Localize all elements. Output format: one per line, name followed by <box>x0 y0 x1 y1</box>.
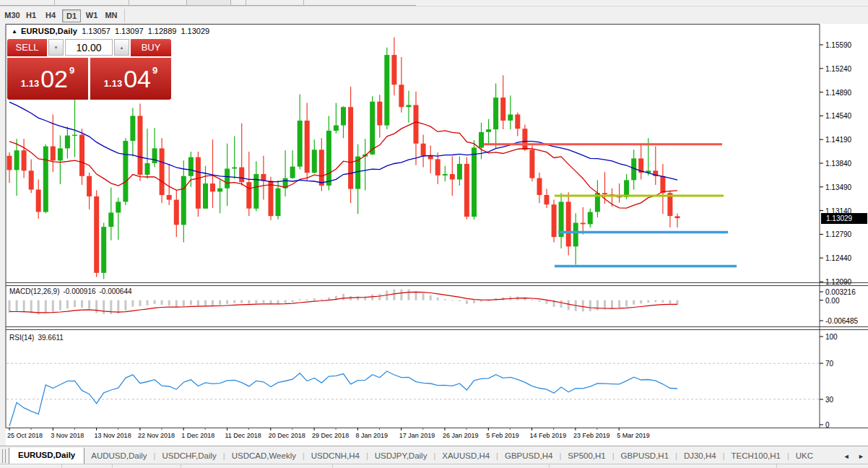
time-axis-label: 29 Dec 2018 <box>312 432 349 439</box>
price-tick: 1.12440 <box>825 254 851 262</box>
price-tick: 1.15590 <box>825 41 851 49</box>
price-tick: 1.13840 <box>825 160 851 168</box>
macd-name: MACD(12,26,9) <box>9 287 59 295</box>
tab-eurusd-daily[interactable]: EURUSD,Daily <box>9 448 84 464</box>
sell-price-panel[interactable]: 1.13029 <box>7 58 88 100</box>
collapse-triangle-icon[interactable]: ▲ <box>12 28 17 35</box>
rsi-tick: 100 <box>825 333 838 341</box>
ohlc-close: 1.13029 <box>181 27 209 35</box>
mt4-window: M30 H1 H4 D1 W1 MN ▲EURUSD,Daily1.130571… <box>0 0 868 468</box>
rsi-tick: 0 <box>825 421 830 429</box>
rsi-tick: 30 <box>825 396 833 404</box>
volume-up-icon: ▲ <box>120 46 124 50</box>
time-axis-label: 11 Dec 2018 <box>225 432 261 439</box>
price-tick: 1.14190 <box>825 136 851 144</box>
tab-ukc[interactable]: UKC <box>789 448 820 464</box>
time-axis-label: 17 Jan 2019 <box>399 432 435 439</box>
buy-button[interactable]: BUY <box>131 39 171 56</box>
current-price-badge: 1.13029 <box>821 213 867 224</box>
time-axis-label: 1 Dec 2018 <box>181 432 214 439</box>
tab-audusd-daily[interactable]: AUDUSD,Daily <box>84 448 153 464</box>
rsi-line <box>9 371 677 426</box>
time-axis-label: 5 Mar 2019 <box>617 432 650 439</box>
rsi-indicator-label: RSI(14)39.6611 <box>9 334 67 342</box>
price-tick: 1.14540 <box>825 112 851 120</box>
macd-tick: -0.006485 <box>825 317 858 325</box>
price-tick: 1.15240 <box>825 64 851 72</box>
macd-tick: 0.00 <box>825 296 839 304</box>
tab-scroll-left-icon[interactable]: ◄ <box>843 453 850 460</box>
price-tick: 1.12090 <box>825 278 851 286</box>
time-axis-label: 23 Feb 2019 <box>573 432 610 439</box>
buy-price-pip: 9 <box>152 65 157 76</box>
one-click-trading-panel: SELL ▼ ▲ BUY 1.13029 1.13049 <box>7 39 171 100</box>
time-axis-label: 13 Nov 2018 <box>95 432 131 439</box>
tab-xauusd-h4[interactable]: XAUUSD,H4 <box>435 448 496 464</box>
volume-down-button[interactable]: ▼ <box>48 39 64 56</box>
tab-gbpusd-h1[interactable]: GBPUSD,H1 <box>615 448 675 464</box>
tab-dj30-h4[interactable]: DJ30,H4 <box>677 448 723 464</box>
time-axis-label: 22 Nov 2018 <box>138 432 175 439</box>
sell-price-prefix: 1.13 <box>21 78 39 89</box>
buy-price-panel[interactable]: 1.13049 <box>90 58 171 100</box>
time-axis-label: 3 Nov 2018 <box>51 432 84 439</box>
tab-usdcnh-h4[interactable]: USDCNH,H4 <box>305 448 366 464</box>
rsi-name: RSI(14) <box>9 334 34 342</box>
tab-scroll-right-icon[interactable]: ► <box>858 453 864 460</box>
macd-tick: 0.003216 <box>825 288 856 296</box>
symbol-tab-bar: EURUSD,DailyAUDUSD,Daily|USDCHF,Daily|US… <box>0 446 868 464</box>
sell-button[interactable]: SELL <box>7 39 47 56</box>
time-axis-label: 14 Feb 2019 <box>530 432 567 439</box>
time-axis-label: 5 Feb 2019 <box>486 432 519 439</box>
price-tick: 1.14890 <box>825 88 851 96</box>
volume-input[interactable] <box>65 39 113 56</box>
macd-indicator-label: MACD(12,26,9)-0.000916-0.000644 <box>9 287 136 295</box>
sell-price-main: 02 <box>40 66 68 91</box>
rsi-value: 39.6611 <box>38 334 63 342</box>
volume-up-button[interactable]: ▲ <box>114 39 129 56</box>
buy-price-main: 04 <box>123 66 151 91</box>
sell-price-pip: 9 <box>69 65 74 76</box>
tab-tech100-h1[interactable]: TECH100,H1 <box>725 448 787 464</box>
tab-usdjpy-daily[interactable]: USDJPY,Daily <box>368 448 434 464</box>
tab-usdcad-weekly[interactable]: USDCAD,Weekly <box>225 448 303 464</box>
tab-bar-grip <box>2 449 6 463</box>
time-axis-label: 25 Oct 2018 <box>7 432 43 439</box>
ohlc-open: 1.13057 <box>82 27 110 35</box>
price-tick: 1.13490 <box>825 183 851 191</box>
tab-sp500-h1[interactable]: SP500,H1 <box>561 448 612 464</box>
tab-gbpusd-h4[interactable]: GBPUSD,H4 <box>498 448 559 464</box>
macd-value-main: -0.000916 <box>63 287 95 295</box>
chart-symbol-period: EURUSD,Daily <box>21 27 77 35</box>
chart-caption: ▲EURUSD,Daily1.130571.130971.128891.1302… <box>12 27 209 35</box>
rsi-level-lines <box>6 363 819 399</box>
time-axis-label: 8 Jan 2019 <box>355 432 388 439</box>
rsi-tick: 70 <box>825 360 833 368</box>
time-axis-label: 26 Jan 2019 <box>443 432 479 439</box>
macd-value-signal: -0.000644 <box>100 287 132 295</box>
volume-down-icon: ▼ <box>54 46 58 50</box>
time-axis-label: 20 Dec 2018 <box>269 432 305 439</box>
tab-usdchf-daily[interactable]: USDCHF,Daily <box>155 448 222 464</box>
buy-price-prefix: 1.13 <box>104 78 122 89</box>
ohlc-high: 1.13097 <box>115 27 144 35</box>
price-tick: 1.12790 <box>825 230 851 238</box>
ohlc-low: 1.12889 <box>148 27 177 35</box>
